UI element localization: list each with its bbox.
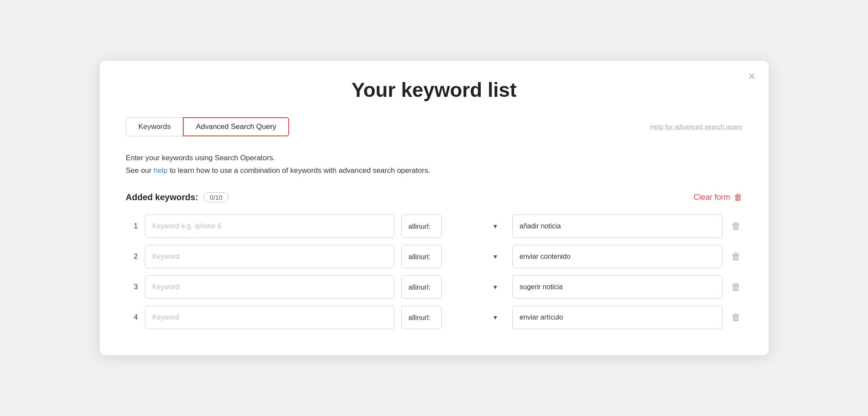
modal: × Your keyword list Keywords Advanced Se… [100, 61, 769, 356]
modal-title: Your keyword list [126, 78, 743, 102]
keyword-input-1[interactable] [145, 215, 394, 238]
clear-form-label: Clear form [693, 193, 730, 202]
value-input-4[interactable] [512, 306, 723, 329]
operator-select-1[interactable]: allinurl:allintitle:allintext:inurl:inti… [401, 215, 442, 238]
description-line2: See our help to learn how to use a combi… [126, 165, 743, 177]
delete-row-button-4[interactable]: 🗑 [729, 310, 743, 325]
row-num-1: 1 [126, 222, 138, 231]
keyword-input-4[interactable] [145, 306, 394, 329]
row-num-4: 4 [126, 313, 138, 322]
description: Enter your keywords using Search Operato… [126, 152, 743, 177]
tabs-container: Keywords Advanced Search Query [126, 117, 290, 136]
added-keywords-text: Added keywords: [126, 192, 198, 202]
description-line2-before: See our [126, 166, 154, 175]
tab-advanced-search-query[interactable]: Advanced Search Query [183, 117, 289, 136]
keyword-rows: 1allinurl:allintitle:allintext:inurl:int… [126, 215, 743, 329]
operator-wrapper-3: allinurl:allintitle:allintext:inurl:inti… [401, 275, 505, 299]
tab-keywords[interactable]: Keywords [126, 117, 183, 136]
value-input-3[interactable] [512, 275, 723, 299]
keyword-row: 4allinurl:allintitle:allintext:inurl:int… [126, 306, 743, 329]
close-button[interactable]: × [748, 70, 755, 83]
description-line1: Enter your keywords using Search Operato… [126, 152, 743, 165]
operator-wrapper-1: allinurl:allintitle:allintext:inurl:inti… [401, 215, 505, 238]
keyword-row: 1allinurl:allintitle:allintext:inurl:int… [126, 215, 743, 238]
delete-row-button-3[interactable]: 🗑 [729, 280, 743, 294]
clear-form-button[interactable]: Clear form 🗑 [693, 192, 742, 202]
operator-wrapper-2: allinurl:allintitle:allintext:inurl:inti… [401, 245, 505, 268]
operator-select-3[interactable]: allinurl:allintitle:allintext:inurl:inti… [401, 275, 442, 299]
description-help-link[interactable]: help [154, 166, 168, 175]
operator-select-2[interactable]: allinurl:allintitle:allintext:inurl:inti… [401, 245, 442, 268]
description-line2-after: to learn how to use a combination of key… [168, 166, 430, 175]
delete-row-button-2[interactable]: 🗑 [729, 249, 743, 264]
keyword-input-2[interactable] [145, 245, 394, 268]
delete-row-button-1[interactable]: 🗑 [729, 219, 743, 234]
keyword-input-3[interactable] [145, 275, 394, 299]
tabs-row: Keywords Advanced Search Query Help for … [126, 117, 743, 136]
added-keywords-label: Added keywords: 0/10 [126, 192, 229, 202]
row-num-2: 2 [126, 252, 138, 261]
value-input-2[interactable] [512, 245, 723, 268]
keyword-row: 3allinurl:allintitle:allintext:inurl:int… [126, 275, 743, 299]
row-num-3: 3 [126, 283, 138, 291]
keyword-row: 2allinurl:allintitle:allintext:inurl:int… [126, 245, 743, 268]
added-keywords-row: Added keywords: 0/10 Clear form 🗑 [126, 192, 743, 202]
operator-wrapper-4: allinurl:allintitle:allintext:inurl:inti… [401, 306, 505, 329]
value-input-1[interactable] [512, 215, 723, 238]
keywords-count-badge: 0/10 [203, 192, 229, 202]
operator-select-4[interactable]: allinurl:allintitle:allintext:inurl:inti… [401, 306, 442, 329]
clear-trash-icon: 🗑 [734, 192, 743, 202]
help-link[interactable]: Help for advanced search query [650, 123, 743, 130]
